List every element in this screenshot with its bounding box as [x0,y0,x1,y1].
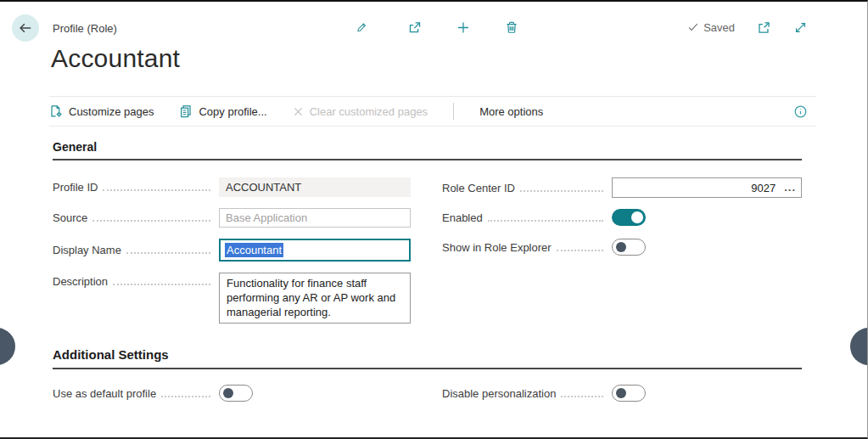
role-center-id-label: Role Center ID [442,182,515,194]
use-as-default-label: Use as default profile [53,387,156,400]
dotted-leader [488,214,603,222]
profile-id-label-row: Profile ID [53,181,219,194]
disable-personalization-label-row: Disable personalization [442,387,612,400]
scroll-right-button[interactable] [850,328,868,365]
pencil-icon [355,21,367,34]
disable-personalization-toggle[interactable] [612,385,646,402]
disable-personalization-label: Disable personalization [442,387,556,400]
role-center-id-label-row: Role Center ID [442,182,612,194]
clear-x-icon [293,106,304,117]
popout-icon [757,20,771,35]
dotted-leader [92,214,210,222]
dotted-leader [161,390,210,397]
toolbar-separator [453,103,454,120]
customize-pages-button[interactable]: Customize pages [49,104,154,118]
general-right-column: Role Center ID 9027 ... Enabled [442,177,802,268]
more-options-label: More options [479,105,543,118]
share-icon [408,20,423,35]
dotted-leader [113,278,210,285]
back-arrow-icon [18,20,33,36]
trash-icon [505,20,519,35]
page-type-caption: Profile (Role) [53,22,117,35]
show-in-role-explorer-label: Show in Role Explorer [442,241,552,254]
enabled-toggle[interactable] [612,209,646,226]
general-section: General Profile ID ACCOUNTANT Source Bas… [53,140,802,177]
description-input[interactable]: Functionality for finance staff performi… [219,273,411,324]
status-area: Saved [687,14,808,41]
save-status-label: Saved [703,21,735,34]
profile-role-page: Profile (Role) [0,0,868,439]
description-field: Description Functionality for finance st… [53,273,411,324]
copy-icon [179,104,193,118]
enabled-label: Enabled [442,211,483,224]
clear-customized-pages-label: Clear customized pages [310,105,428,118]
toggle-knob [631,211,643,223]
customize-pages-icon [49,104,63,118]
profile-id-field: Profile ID ACCOUNTANT [53,177,411,197]
profile-id-label: Profile ID [53,181,98,194]
info-icon [793,104,808,119]
use-as-default-profile-field: Use as default profile [53,385,253,402]
display-name-field: Display Name Accountant [53,239,411,262]
new-button[interactable] [456,20,471,35]
open-in-new-window-button[interactable] [757,20,771,35]
use-as-default-toggle[interactable] [219,385,253,402]
display-name-label-row: Display Name [53,244,219,256]
expand-diagonal-icon [793,20,808,35]
more-options-button[interactable]: More options [479,105,543,118]
edit-button[interactable] [349,14,374,40]
clear-customized-pages-button[interactable]: Clear customized pages [293,105,428,118]
toggle-knob [616,388,626,398]
chevron-right-icon [862,340,868,353]
enabled-field: Enabled [442,209,802,226]
action-toolbar: Customize pages Copy profile... Clear cu… [49,96,816,127]
role-center-id-field: Role Center ID 9027 ... [442,177,802,198]
general-left-column: Profile ID ACCOUNTANT Source Base Applic… [53,177,411,335]
disable-personalization-field: Disable personalization [442,385,646,402]
check-icon [687,21,699,33]
page-actions [349,14,519,41]
assist-edit-button[interactable]: ... [784,184,796,191]
page-title: Accountant [51,44,180,73]
delete-button[interactable] [505,20,519,35]
dotted-leader [126,246,210,254]
scroll-left-button[interactable] [0,328,15,365]
source-value: Base Application [219,208,411,228]
dotted-leader [561,390,603,397]
enabled-label-row: Enabled [442,211,612,224]
save-status: Saved [687,21,735,34]
role-center-id-input[interactable]: 9027 ... [612,177,802,198]
show-in-role-explorer-label-row: Show in Role Explorer [442,241,612,254]
display-name-selected-text: Accountant [225,243,283,257]
additional-settings-section: Additional Settings Use as default profi… [53,347,802,405]
copy-profile-button[interactable]: Copy profile... [179,104,266,118]
display-name-input[interactable]: Accountant [219,239,411,262]
show-in-role-explorer-toggle[interactable] [612,239,646,256]
share-button[interactable] [408,20,423,35]
description-label-row: Description [53,275,219,288]
display-name-label: Display Name [53,244,121,256]
general-heading[interactable]: General [53,140,802,160]
use-as-default-label-row: Use as default profile [53,387,219,400]
toggle-knob [616,242,626,252]
back-button[interactable] [12,14,39,42]
plus-icon [456,20,471,35]
additional-settings-heading[interactable]: Additional Settings [53,347,802,369]
source-field: Source Base Application [53,208,411,228]
toggle-knob [223,388,233,398]
profile-id-value: ACCOUNTANT [219,177,411,197]
role-center-id-value: 9027 [619,182,784,194]
dotted-leader [557,244,603,251]
info-button[interactable] [793,104,808,119]
customize-pages-label: Customize pages [69,105,154,118]
chevron-left-icon [0,340,3,353]
show-in-role-explorer-field: Show in Role Explorer [442,239,802,256]
expand-page-button[interactable] [793,20,808,35]
dotted-leader [103,183,210,191]
copy-profile-label: Copy profile... [199,105,266,118]
description-label: Description [53,275,108,288]
source-label: Source [53,211,87,224]
dotted-leader [520,184,603,192]
source-label-row: Source [53,211,219,224]
